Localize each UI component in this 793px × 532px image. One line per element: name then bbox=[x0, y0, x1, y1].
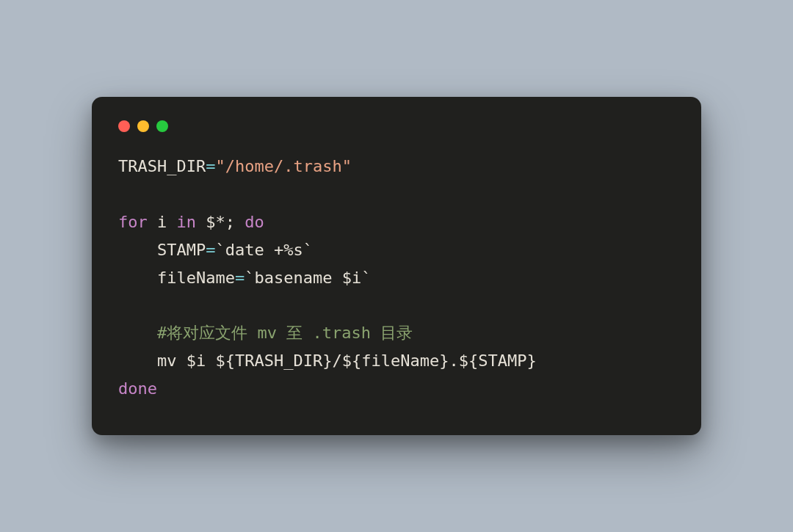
code-token: TRASH_DIR bbox=[118, 157, 206, 175]
code-token: mv bbox=[157, 351, 187, 370]
code-indent bbox=[118, 241, 157, 259]
code-token: $* bbox=[206, 213, 225, 231]
code-token: "/home/.trash" bbox=[215, 157, 351, 175]
code-token: / bbox=[332, 351, 341, 370]
code-token: ` bbox=[361, 269, 371, 287]
code-token: fileName bbox=[361, 351, 439, 370]
close-icon[interactable] bbox=[118, 120, 130, 132]
code-token: = bbox=[206, 157, 215, 175]
code-token: = bbox=[235, 269, 245, 287]
code-token: do bbox=[245, 213, 264, 231]
code-token: } bbox=[526, 351, 536, 370]
code-token: i bbox=[157, 213, 167, 231]
window-titlebar bbox=[118, 117, 675, 153]
code-token: ${ bbox=[459, 351, 479, 370]
code-token: STAMP bbox=[478, 351, 526, 370]
code-indent bbox=[118, 324, 157, 342]
code-token: in bbox=[177, 213, 197, 231]
code-token: } bbox=[322, 351, 332, 370]
code-indent bbox=[118, 269, 157, 287]
code-token: ` bbox=[303, 241, 313, 259]
code-token: STAMP bbox=[157, 241, 206, 259]
code-comment: #将对应文件 mv 至 .trash 目录 bbox=[157, 324, 413, 342]
code-token: = bbox=[206, 241, 215, 259]
zoom-icon[interactable] bbox=[156, 120, 168, 132]
code-token: fileName bbox=[157, 269, 235, 287]
code-token bbox=[206, 351, 215, 370]
code-token: ` bbox=[245, 269, 254, 287]
code-token: ` bbox=[215, 241, 225, 259]
code-token: done bbox=[118, 379, 157, 398]
code-token: $i bbox=[342, 269, 362, 287]
code-token: $i bbox=[187, 351, 206, 370]
code-token: for bbox=[118, 213, 148, 231]
code-token: ${ bbox=[342, 351, 362, 370]
code-indent bbox=[118, 351, 157, 370]
code-token: TRASH_DIR bbox=[235, 351, 322, 370]
code-token: } bbox=[439, 351, 449, 370]
code-token: . bbox=[449, 351, 458, 370]
minimize-icon[interactable] bbox=[137, 120, 149, 132]
code-token: ; bbox=[225, 213, 235, 231]
code-block: TRASH_DIR="/home/.trash" for i in $*; do… bbox=[118, 153, 675, 402]
code-token: ${ bbox=[215, 351, 235, 370]
code-token: date +%s bbox=[225, 241, 303, 259]
terminal-window: TRASH_DIR="/home/.trash" for i in $*; do… bbox=[92, 97, 701, 434]
code-token: basename bbox=[254, 269, 341, 287]
